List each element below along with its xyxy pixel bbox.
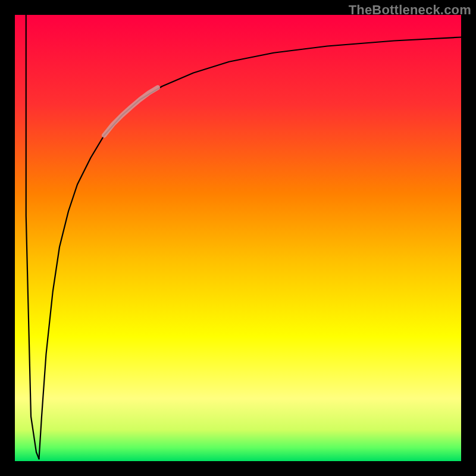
gradient-background: [15, 15, 461, 461]
chart-frame: TheBottleneck.com: [0, 0, 476, 476]
plot-area: [15, 15, 461, 461]
bottleneck-curve-chart: [15, 15, 461, 461]
attribution-watermark: TheBottleneck.com: [349, 2, 471, 18]
